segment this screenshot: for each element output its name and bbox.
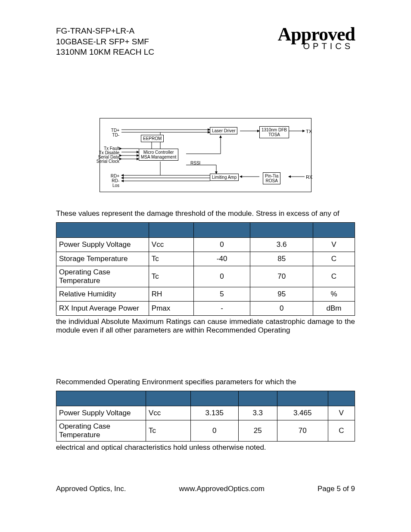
cell-min: 0 <box>190 420 238 442</box>
cell-max: 95 <box>250 287 313 302</box>
diagram-label-td: TD+ TD- <box>100 128 119 137</box>
cell-typ: 3.3 <box>238 406 277 420</box>
footer-page: Page 5 of 9 <box>318 485 355 493</box>
cell-param: Power Supply Voltage <box>56 238 149 252</box>
table-row: Power Supply Voltage Vcc 0 3.6 V <box>56 238 355 252</box>
diagram-box-rosa: Pin-Tia ROSA <box>263 172 280 184</box>
table-header-row <box>56 391 355 406</box>
cell-min: 3.135 <box>190 406 238 420</box>
cell-typ: 25 <box>238 420 277 442</box>
table-header-row <box>56 223 355 238</box>
recommended-operating-table: Power Supply Voltage Vcc 3.135 3.3 3.465… <box>56 391 355 442</box>
cell-unit: V <box>313 238 355 252</box>
cell-max: 70 <box>277 420 328 442</box>
section1-after-text: the individual Absolute Maximum Ratings … <box>56 317 355 335</box>
diagram-box-tosa: 1310nm DFB TOSA <box>259 126 289 138</box>
cell-max: 85 <box>250 252 313 266</box>
cell-unit: C <box>313 252 355 266</box>
diagram-label-rssi: RSSI <box>190 161 208 165</box>
table-row: Operating Case Temperature Tc 0 70 C <box>56 266 355 287</box>
table-row: Relative Humidity RH 5 95 % <box>56 287 355 302</box>
cell-param: Storage Temperature <box>56 252 149 266</box>
diagram-label-rd: RD+ RD- Los <box>100 174 119 188</box>
cell-min: 0 <box>193 238 250 252</box>
cell-param: Relative Humidity <box>56 287 149 302</box>
cell-unit: % <box>313 287 355 302</box>
cell-min: 0 <box>193 266 250 287</box>
cell-unit: C <box>328 420 355 442</box>
diagram-label-rx: RX <box>306 174 312 180</box>
cell-max: 3.6 <box>250 238 313 252</box>
cell-param: Power Supply Voltage <box>56 406 146 420</box>
cell-symbol: RH <box>149 287 193 302</box>
diagram-label-serialclock: Serial Clock <box>96 159 119 164</box>
logo-main-text: Approved <box>278 26 355 43</box>
section1-intro-text: These values represent the damage thresh… <box>56 209 355 218</box>
diagram-box-micro: Micro Controller MSA Management <box>139 149 178 161</box>
block-diagram: TD+ TD- Tx Fault Tx Disable Serial Data … <box>100 118 311 192</box>
diagram-box-limiting-amp: Limiting Amp <box>210 174 239 181</box>
table-row: Power Supply Voltage Vcc 3.135 3.3 3.465… <box>56 406 355 420</box>
cell-symbol: Vcc <box>149 238 193 252</box>
page: FG-TRAN-SFP+LR-A 10GBASE-LR SFP+ SMF 131… <box>0 0 411 532</box>
cell-param: RX Input Average Power <box>56 302 149 316</box>
footer: Approved Optics, Inc. www.ApprovedOptics… <box>56 485 355 493</box>
cell-unit: dBm <box>313 302 355 316</box>
diagram-box-eeprom: EEPROM <box>141 135 164 142</box>
cell-symbol: Tc <box>146 420 190 442</box>
cell-unit: C <box>313 266 355 287</box>
cell-unit: V <box>328 406 355 420</box>
cell-param: Operating Case Temperature <box>56 266 149 287</box>
cell-max: 70 <box>250 266 313 287</box>
logo: Approved OPTICS <box>278 26 355 51</box>
cell-max: 0 <box>250 302 313 316</box>
header-line-1: FG-TRAN-SFP+LR-A <box>56 26 154 37</box>
footer-url: www.ApprovedOptics.com <box>179 485 265 493</box>
header-line-3: 1310NM 10KM REACH LC <box>56 47 154 58</box>
cell-symbol: Vcc <box>146 406 190 420</box>
table-row: RX Input Average Power Pmax - 0 dBm <box>56 302 355 316</box>
cell-param: Operating Case Temperature <box>56 420 146 442</box>
table-row: Storage Temperature Tc -40 85 C <box>56 252 355 266</box>
cell-symbol: Tc <box>149 252 193 266</box>
cell-min: -40 <box>193 252 250 266</box>
header-product-info: FG-TRAN-SFP+LR-A 10GBASE-LR SFP+ SMF 131… <box>56 26 154 58</box>
header-line-2: 10GBASE-LR SFP+ SMF <box>56 37 154 47</box>
cell-min: 5 <box>193 287 250 302</box>
cell-max: 3.465 <box>277 406 328 420</box>
cell-symbol: Pmax <box>149 302 193 316</box>
diagram-box-laser-driver: Laser Driver <box>210 127 237 134</box>
table-row: Operating Case Temperature Tc 0 25 70 C <box>56 420 355 442</box>
section2-after-text: electrical and optical characteristics h… <box>56 443 355 452</box>
footer-company: Approved Optics, Inc. <box>56 485 126 493</box>
cell-symbol: Tc <box>149 266 193 287</box>
cell-min: - <box>193 302 250 316</box>
header: FG-TRAN-SFP+LR-A 10GBASE-LR SFP+ SMF 131… <box>56 26 355 58</box>
diagram-label-tx: TX <box>306 129 312 134</box>
absolute-max-ratings-table: Power Supply Voltage Vcc 0 3.6 V Storage… <box>56 222 355 316</box>
section2-intro-text: Recommended Operating Environment specif… <box>56 378 355 386</box>
